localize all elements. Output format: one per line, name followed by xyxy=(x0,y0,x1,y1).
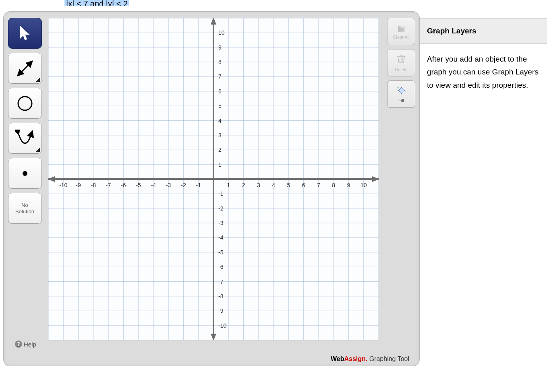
svg-text:-9: -9 xyxy=(218,307,224,314)
svg-point-1 xyxy=(18,97,32,110)
help-label: Help xyxy=(24,341,36,348)
no-solution-label-2: Solution xyxy=(15,208,34,215)
svg-text:5: 5 xyxy=(218,103,222,109)
svg-line-0 xyxy=(19,62,31,74)
svg-text:-8: -8 xyxy=(91,182,96,188)
svg-text:-7: -7 xyxy=(106,182,111,188)
svg-text:6: 6 xyxy=(302,182,305,188)
svg-text:-7: -7 xyxy=(218,279,224,285)
help-link[interactable]: ? Help xyxy=(15,340,36,348)
brand-part1: Web xyxy=(331,355,344,362)
pointer-tool-button[interactable] xyxy=(8,18,42,49)
brand-part2: Assign. xyxy=(344,355,367,362)
svg-text:-8: -8 xyxy=(218,293,224,299)
svg-text:-1: -1 xyxy=(196,182,201,188)
line-tool-button[interactable] xyxy=(8,53,42,84)
parabola-icon xyxy=(15,130,35,147)
point-tool-button[interactable] xyxy=(8,158,42,189)
delete-button[interactable]: Delete xyxy=(387,49,415,76)
brand-tail: Graphing Tool xyxy=(367,355,409,362)
svg-text:7: 7 xyxy=(218,73,222,80)
left-toolbar: No Solution xyxy=(4,12,46,366)
trash-icon xyxy=(397,54,406,66)
help-icon: ? xyxy=(15,340,22,348)
graph-layers-body: After you add an object to the graph you… xyxy=(420,44,547,101)
brand-footer: WebAssign. Graphing Tool xyxy=(331,355,409,363)
clear-all-button[interactable]: ▦ Clear All xyxy=(387,18,415,45)
svg-text:-2: -2 xyxy=(218,205,224,212)
svg-text:-5: -5 xyxy=(218,249,224,256)
submenu-indicator-icon xyxy=(36,78,40,82)
svg-marker-51 xyxy=(211,18,216,25)
svg-marker-53 xyxy=(48,176,55,182)
svg-marker-52 xyxy=(211,334,216,340)
clear-all-label: Clear All xyxy=(393,35,410,39)
point-icon xyxy=(21,169,29,177)
no-solution-label-1: No xyxy=(21,202,28,208)
svg-point-98 xyxy=(398,87,399,88)
svg-text:-1: -1 xyxy=(218,190,224,197)
graph-layers-panel: Graph Layers After you add an object to … xyxy=(420,18,547,101)
svg-text:9: 9 xyxy=(218,44,222,51)
right-toolbar: ▦ Clear All Delete Fill xyxy=(383,12,419,366)
fill-button[interactable]: Fill xyxy=(387,80,415,108)
graphing-tool-panel: No Solution -10-9-8-7-6-5-4-3-2-11234567… xyxy=(3,11,420,366)
circle-tool-button[interactable] xyxy=(8,88,42,119)
svg-text:-3: -3 xyxy=(218,220,224,226)
svg-text:-6: -6 xyxy=(218,264,224,270)
svg-text:-5: -5 xyxy=(136,182,141,188)
svg-text:-4: -4 xyxy=(218,234,224,241)
svg-text:8: 8 xyxy=(332,182,335,188)
svg-text:1: 1 xyxy=(218,161,222,168)
no-solution-button[interactable]: No Solution xyxy=(8,193,42,224)
svg-text:-3: -3 xyxy=(166,182,171,188)
svg-text:8: 8 xyxy=(218,59,222,65)
svg-text:6: 6 xyxy=(218,88,222,95)
svg-text:-6: -6 xyxy=(121,182,126,188)
fill-label: Fill xyxy=(398,98,404,103)
svg-text:2: 2 xyxy=(242,182,245,188)
svg-marker-54 xyxy=(372,176,379,182)
svg-text:9: 9 xyxy=(347,182,350,188)
svg-text:10: 10 xyxy=(361,182,367,188)
svg-text:-4: -4 xyxy=(151,182,156,188)
svg-text:3: 3 xyxy=(218,132,222,138)
svg-point-2 xyxy=(23,171,27,176)
svg-text:-9: -9 xyxy=(76,182,81,188)
svg-text:-10: -10 xyxy=(218,322,226,329)
fill-icon xyxy=(396,86,406,97)
problem-text: |x| < 7 and |y| < 2 xyxy=(64,0,129,6)
svg-text:5: 5 xyxy=(287,182,290,188)
circle-icon xyxy=(16,95,34,112)
pointer-icon xyxy=(19,25,31,41)
clear-all-icon: ▦ xyxy=(398,23,405,33)
svg-text:4: 4 xyxy=(218,118,222,124)
submenu-indicator-icon xyxy=(36,148,40,152)
svg-text:2: 2 xyxy=(218,146,222,153)
parabola-tool-button[interactable] xyxy=(8,123,42,154)
svg-text:4: 4 xyxy=(272,182,275,188)
graph-layers-title: Graph Layers xyxy=(420,19,547,44)
line-icon xyxy=(16,59,34,78)
svg-text:1: 1 xyxy=(227,182,230,188)
delete-label: Delete xyxy=(395,67,408,72)
svg-text:-10: -10 xyxy=(59,182,67,188)
svg-text:-2: -2 xyxy=(181,182,186,188)
svg-text:3: 3 xyxy=(257,182,260,188)
svg-text:7: 7 xyxy=(317,182,320,188)
coordinate-plane[interactable]: -10-9-8-7-6-5-4-3-2-112345678910-10-9-8-… xyxy=(48,18,379,340)
svg-text:10: 10 xyxy=(218,29,225,36)
